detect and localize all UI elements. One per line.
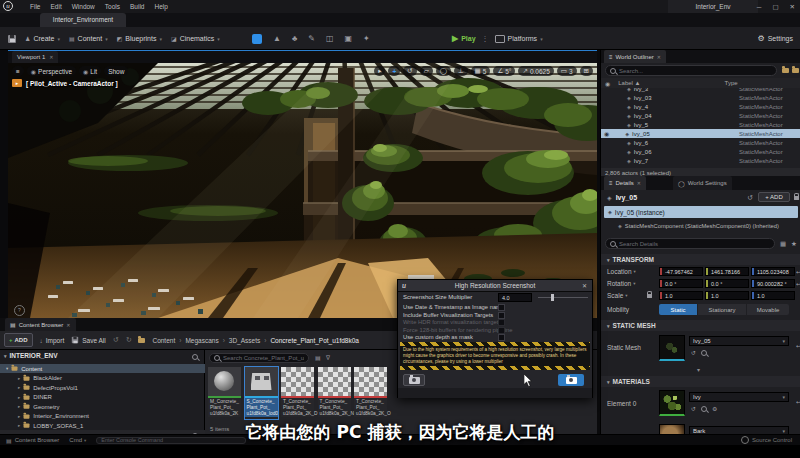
tab-content-browser[interactable]: ▤Content Browser✕ [5,318,76,331]
multiplier-slider-handle[interactable] [551,294,554,301]
menu-help[interactable]: Help [154,3,167,10]
tab-world-settings[interactable]: ◯World Settings [673,176,732,190]
breadcrumb-megascans[interactable]: Megascans [185,337,218,344]
asset-tile-texture[interactable]: T_Concrete_Plant_Pot_u1fd8k0a_2K_N [318,367,351,419]
asset-tile-texture[interactable]: T_Concrete_Plant_Pot_u1fd8k0a_2K_D [281,367,314,419]
static-mesh-thumbnail[interactable] [659,335,685,361]
tree-item-content[interactable]: ▾Content [0,364,205,373]
rotation-label[interactable]: Rotation▾ [607,280,635,287]
rotate-tool-icon[interactable]: ↺ [403,66,416,76]
outliner-row[interactable]: ◈Ivy_5StaticMeshActor [601,120,800,129]
mode-brush-icon[interactable]: ▣ [344,34,352,43]
mode-mesh-paint-icon[interactable]: ✎ [308,34,315,43]
outliner-row[interactable]: ◈Ivy_7StaticMeshActor [601,156,800,165]
camera-speed-control[interactable]: ▭3 [557,66,577,76]
materials-section-header[interactable]: ▾MATERIALS [601,376,800,387]
viewport-options-menu[interactable]: ≡ [12,66,24,76]
capture-button[interactable] [558,374,584,386]
display-filter-icon[interactable]: ▦ [780,240,786,248]
browse-to-asset-icon[interactable]: ↺ [691,405,696,412]
refresh-icon[interactable]: ↺ [747,194,753,202]
static-mesh-section-header[interactable]: ▾STATIC MESH [601,320,800,331]
tab-viewport-1[interactable]: Viewport 1✕ [12,51,58,63]
grid-snap-toggle[interactable]: ▦5 [471,66,491,76]
rotation-y-field[interactable]: 0.0 ° [705,279,749,288]
sources-header[interactable]: ▾INTERIOR_ENV [4,352,58,359]
breadcrumb-3d-assets[interactable]: 3D_Assets [229,337,260,344]
label-column-header[interactable]: Label ▲ [618,80,640,86]
eye-icon[interactable]: ◉ [604,130,609,137]
static-mesh-dropdown[interactable]: Ivy_05▾ [689,336,789,346]
lit-mode-selector[interactable]: ◉Lit [79,66,101,76]
asset-tile-static-mesh-selected[interactable]: S_Concrete_Plant_Pot_u1fd8k0a_lod0 [245,367,278,419]
settings-button[interactable]: ⚙Settings [758,27,793,50]
option-buffer-checkbox[interactable] [498,312,505,319]
breadcrumb-content[interactable]: Content [152,337,175,344]
outliner-row[interactable]: ◈Ivy_4StaticMeshActor [601,102,800,111]
mode-animation-icon[interactable]: ✦ [363,34,370,43]
close-icon[interactable]: ✕ [49,54,53,60]
menu-tools[interactable]: Tools [105,3,120,10]
dialog-title-bar[interactable]: u High Resolution Screenshot ✕ [398,280,592,292]
location-y-field[interactable]: 1461.78166 [705,267,749,276]
reset-element0-icon[interactable]: ↩ [796,398,800,405]
browse-to-asset-icon[interactable]: ↺ [691,349,696,356]
material-element0-dropdown[interactable]: Ivy▾ [689,392,789,402]
mobility-static-button[interactable]: Static [659,304,697,315]
show-menu[interactable]: Show [104,66,128,76]
mode-select-icon[interactable] [252,34,262,44]
option-timestamp-checkbox[interactable] [498,304,505,311]
maximize-button[interactable]: ▢ [772,3,778,11]
outliner-row[interactable]: ◈Ivy_06StaticMeshActor [601,147,800,156]
asset-tile-material[interactable]: M_Concrete_Plant_Pot_u1fd8k0a_2K [208,367,241,419]
outliner-row[interactable]: ◈Ivy_04StaticMeshActor [601,111,800,120]
filter-funnel-icon[interactable]: ∇ [326,354,330,361]
history-forward-icon[interactable]: ↺ [126,336,132,344]
location-label[interactable]: Location▾ [607,268,636,275]
location-z-field[interactable]: 1105.023408 [751,267,795,276]
scale-x-field[interactable]: 1.0 [659,291,703,300]
scale-tool-icon[interactable]: ▱ [420,66,433,76]
lock-icon[interactable] [794,196,799,200]
blueprints-button[interactable]: ◩Blueprints▾ [117,35,162,42]
scale-snap-toggle[interactable]: ↗0.0625 [518,66,553,76]
select-tool-icon[interactable]: ▸ [374,66,385,76]
expand-section-icon[interactable]: ▾ [697,366,700,373]
outliner-header-row[interactable]: ◉ Label ▲ Type [601,78,800,88]
close-icon[interactable]: ✕ [637,180,641,186]
add-component-button[interactable]: + ADD [758,192,790,202]
save-filter-icon[interactable]: ▤ [315,354,321,361]
location-x-field[interactable]: -47.967462 [659,267,703,276]
reset-location-icon[interactable]: ↩ [796,268,800,275]
outliner-row[interactable]: ◈Ivy_6StaticMeshActor [601,138,800,147]
maximize-viewport-icon[interactable]: ⊞ [580,66,593,76]
material-settings-icon[interactable]: ⚙ [712,405,717,412]
multiplier-value-field[interactable]: 4.0 [498,293,532,302]
menu-file[interactable]: File [30,3,40,10]
scale-label[interactable]: Scale▾ [607,292,628,299]
transform-section-header[interactable]: ▾TRANSFORM [601,254,800,265]
rotation-snap-toggle[interactable]: ∠5° [493,66,515,76]
pilot-camera-icon[interactable]: ▸ [12,79,22,87]
type-column-header[interactable]: Type [725,80,738,86]
import-button[interactable]: ↓Import [40,337,65,344]
tab-details[interactable]: ≡Details✕ [604,176,646,190]
platforms-button[interactable]: Platforms▾ [495,35,543,43]
option-custom-depth-checkbox[interactable] [498,334,505,341]
mobility-stationary-button[interactable]: Stationary [698,304,746,315]
breadcrumb-current-folder[interactable]: Concrete_Plant_Pot_u1fd8k0a [270,337,359,344]
save-all-button[interactable]: Save All [71,336,106,344]
search-icon[interactable] [192,354,198,360]
menu-edit[interactable]: Edit [50,3,61,10]
content-button[interactable]: ▤Content▾ [69,35,108,42]
scale-lock-icon[interactable] [647,294,652,298]
tree-item[interactable]: ▸Interior_Environment [0,412,205,421]
world-space-icon[interactable]: ◯ [436,66,451,76]
asset-tile-texture[interactable]: T_Concrete_Plant_Pot_u1fd8k0a_2K_O [354,367,387,419]
tab-interior-environment[interactable]: Interior_Environment [40,13,126,27]
minimize-button[interactable]: ─ [757,3,762,10]
play-options-icon[interactable]: ⋮ [482,35,489,43]
find-in-browser-icon[interactable] [701,406,707,412]
outliner-row-selected[interactable]: ◉◈Ivy_05StaticMeshActor [601,129,800,138]
close-button[interactable]: ✕ [790,3,795,11]
